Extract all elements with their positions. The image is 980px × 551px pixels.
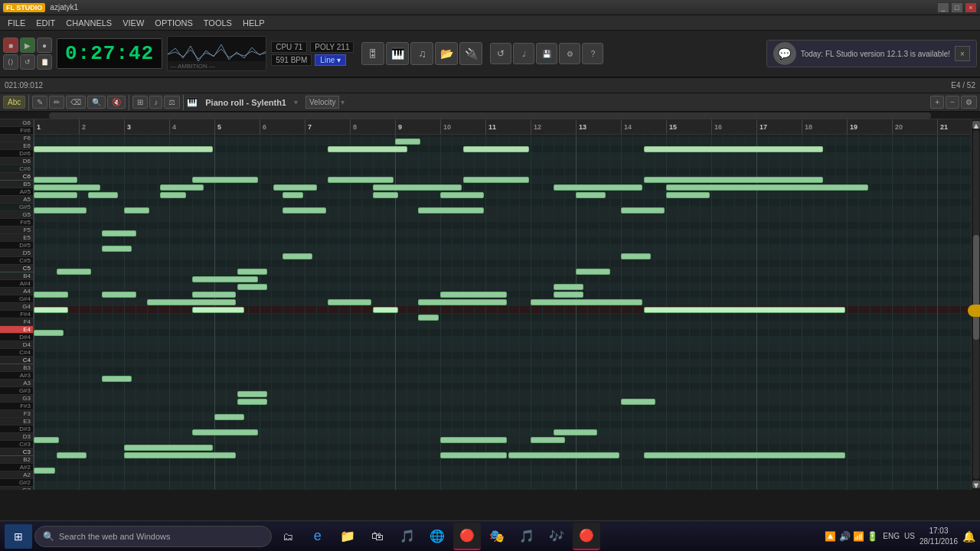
grid-scroll[interactable] bbox=[34, 135, 971, 490]
note-5[interactable] bbox=[328, 146, 407, 152]
note-29[interactable] bbox=[283, 207, 326, 214]
note-19[interactable] bbox=[34, 192, 77, 198]
piano-key-c#4[interactable]: C#4 bbox=[0, 349, 33, 357]
note-4[interactable] bbox=[34, 146, 213, 152]
note-39[interactable] bbox=[192, 276, 259, 282]
note-56[interactable] bbox=[34, 330, 64, 336]
taskbar-app10[interactable]: 🎶 bbox=[543, 523, 570, 550]
pr-zoom-out[interactable]: − bbox=[946, 96, 959, 109]
piano-key-g#2[interactable]: G#2 bbox=[0, 479, 33, 487]
note-24[interactable] bbox=[440, 192, 484, 198]
transport-record[interactable]: ● bbox=[37, 37, 52, 53]
taskbar-explorer[interactable]: 📁 bbox=[334, 523, 361, 550]
piano-key-d#4[interactable]: D#4 bbox=[0, 334, 33, 341]
taskbar-app5[interactable]: 🎵 bbox=[394, 523, 421, 550]
plugin-btn[interactable]: 🔌 bbox=[459, 42, 482, 65]
piano-key-a3[interactable]: A3 bbox=[0, 380, 33, 387]
piano-key-d#3[interactable]: D#3 bbox=[0, 425, 33, 433]
menu-view[interactable]: VIEW bbox=[118, 17, 149, 29]
note-7[interactable] bbox=[644, 146, 823, 152]
note-32[interactable] bbox=[102, 230, 136, 236]
note-54[interactable] bbox=[644, 307, 846, 313]
save-btn[interactable]: 💾 bbox=[536, 43, 557, 64]
note-20[interactable] bbox=[88, 192, 118, 198]
piano-key-d3[interactable]: D3 bbox=[0, 433, 33, 441]
piano-key-d#6[interactable]: D#6 bbox=[0, 150, 33, 158]
note-70[interactable] bbox=[440, 452, 507, 458]
piano-btn[interactable]: ♫ bbox=[410, 42, 433, 65]
close-btn[interactable]: × bbox=[965, 2, 977, 13]
note-9[interactable] bbox=[192, 177, 259, 183]
note-60[interactable] bbox=[621, 399, 655, 405]
piano-key-b4[interactable]: B4 bbox=[0, 272, 33, 280]
horiz-scroll-top[interactable] bbox=[0, 112, 980, 119]
settings-btn[interactable]: ⚙ bbox=[559, 43, 580, 64]
piano-key-b3[interactable]: B3 bbox=[0, 364, 33, 372]
note-16[interactable] bbox=[373, 184, 462, 191]
note-31[interactable] bbox=[621, 207, 665, 214]
piano-key-c#5[interactable]: C#5 bbox=[0, 257, 33, 265]
piano-key-f5[interactable]: F5 bbox=[0, 227, 33, 234]
piano-key-e5[interactable]: E5 bbox=[0, 234, 33, 242]
transport-btn2[interactable]: ↺ bbox=[20, 54, 35, 70]
piano-key-f6[interactable]: F6 bbox=[0, 135, 33, 142]
piano-key-g#3[interactable]: G#3 bbox=[0, 387, 33, 395]
note-40[interactable] bbox=[237, 284, 267, 290]
piano-key-f#6[interactable]: F#6 bbox=[0, 127, 33, 135]
note-26[interactable] bbox=[666, 192, 710, 198]
taskbar-app9[interactable]: 🎵 bbox=[513, 523, 541, 550]
browser-btn[interactable]: 📂 bbox=[435, 42, 458, 65]
note-21[interactable] bbox=[160, 192, 185, 198]
note-10[interactable] bbox=[328, 177, 394, 183]
piano-key-c4[interactable]: C4 bbox=[0, 357, 33, 364]
piano-key-g5[interactable]: G5 bbox=[0, 211, 33, 219]
piano-key-b2[interactable]: B2 bbox=[0, 456, 33, 464]
piano-key-f3[interactable]: F3 bbox=[0, 410, 33, 418]
pr-tool-scale[interactable]: ⚖ bbox=[164, 96, 180, 109]
piano-key-d#5[interactable]: D#5 bbox=[0, 242, 33, 249]
note-50[interactable] bbox=[531, 299, 642, 305]
note-35[interactable] bbox=[621, 253, 651, 259]
loop-btn[interactable]: ↺ bbox=[490, 43, 511, 64]
menu-file[interactable]: FILE bbox=[3, 17, 30, 29]
start-button[interactable]: ⊞ bbox=[5, 524, 32, 549]
piano-key-e6[interactable]: E6 bbox=[0, 142, 33, 150]
note-68[interactable] bbox=[57, 452, 87, 458]
note-43[interactable] bbox=[102, 292, 136, 298]
taskbar-task-view[interactable]: 🗂 bbox=[274, 523, 302, 550]
pr-settings[interactable]: ⚙ bbox=[961, 96, 977, 109]
note-59[interactable] bbox=[237, 399, 267, 405]
piano-key-a4[interactable]: A4 bbox=[0, 288, 33, 295]
taskbar-edge[interactable]: e bbox=[304, 523, 332, 550]
note-64[interactable] bbox=[34, 437, 59, 443]
note-51[interactable] bbox=[34, 307, 68, 313]
note-67[interactable] bbox=[124, 445, 213, 451]
piano-key-d4[interactable]: D4 bbox=[0, 341, 33, 349]
piano-key-g#5[interactable]: G#5 bbox=[0, 204, 33, 211]
channel-btn[interactable]: 🎹 bbox=[386, 42, 409, 65]
menu-channels[interactable]: CHANNELS bbox=[61, 17, 116, 29]
piano-key-e3[interactable]: E3 bbox=[0, 418, 33, 425]
note-41[interactable] bbox=[554, 284, 583, 290]
piano-key-f#5[interactable]: F#5 bbox=[0, 219, 33, 227]
pr-tool-zoom[interactable]: 🔍 bbox=[87, 96, 106, 109]
taskbar-chrome[interactable]: 🌐 bbox=[423, 523, 451, 550]
note-22[interactable] bbox=[283, 192, 304, 198]
note-65[interactable] bbox=[440, 437, 507, 443]
note-27[interactable] bbox=[34, 207, 87, 214]
note-72[interactable] bbox=[644, 452, 846, 458]
note-23[interactable] bbox=[373, 192, 398, 198]
piano-key-c#3[interactable]: C#3 bbox=[0, 441, 33, 448]
note-13[interactable] bbox=[34, 184, 100, 191]
note-49[interactable] bbox=[418, 299, 507, 305]
scroll-up-btn[interactable]: ▲ bbox=[972, 121, 980, 129]
note-42[interactable] bbox=[34, 292, 68, 298]
piano-key-d6[interactable]: D6 bbox=[0, 158, 33, 165]
scroll-down-btn[interactable]: ▼ bbox=[972, 481, 980, 488]
menu-tools[interactable]: TOOLS bbox=[199, 17, 237, 29]
note-34[interactable] bbox=[283, 253, 312, 259]
pr-tool-erase[interactable]: ⌫ bbox=[66, 96, 86, 109]
piano-key-a#3[interactable]: A#3 bbox=[0, 372, 33, 380]
note-58[interactable] bbox=[237, 391, 267, 397]
piano-key-g#4[interactable]: G#4 bbox=[0, 295, 33, 303]
